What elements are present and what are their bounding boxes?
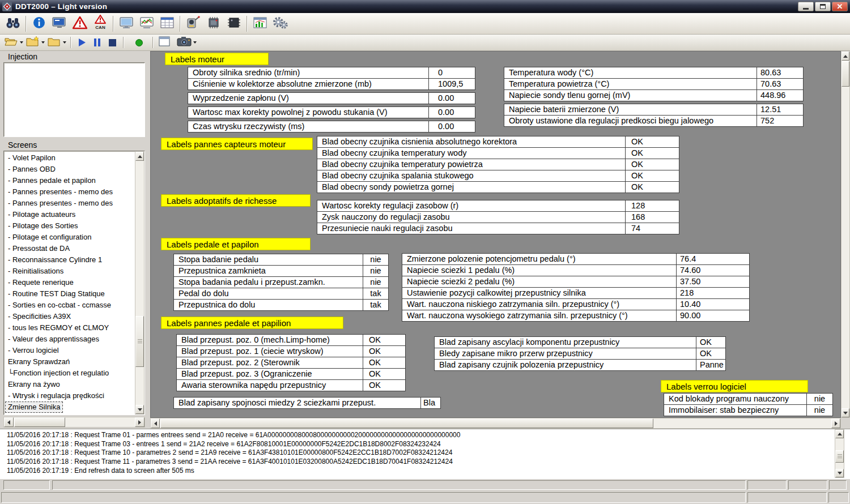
field-row: Blad przepust. poz. 0 (mech.Limp-home)OK xyxy=(176,334,406,346)
fault-alert-button[interactable] xyxy=(70,14,90,33)
field-value: 448.96 xyxy=(756,89,804,101)
scroll-thumb[interactable] xyxy=(135,316,144,367)
field-label: Blad przepust. poz. 1 (ciecie wtryskow) xyxy=(176,345,363,357)
field-value: OK xyxy=(363,345,406,357)
sidebar-item[interactable]: - Wtrysk i regulacja prędkości xyxy=(5,390,134,402)
field-label: Wartosc max korekty powolnej z powodu st… xyxy=(188,106,429,118)
field-label: Blad zapisany ascylacji komponentu przep… xyxy=(434,336,696,348)
folder-button[interactable] xyxy=(46,36,61,50)
info-button[interactable] xyxy=(29,14,49,33)
arrow-left-icon xyxy=(7,420,10,425)
snapshot-camera-dropdown[interactable] xyxy=(192,36,198,50)
measurement-probe-icon xyxy=(186,15,201,32)
settings-gears-button[interactable] xyxy=(270,14,291,33)
field-row: Blad zapisany ascylacji komponentu przep… xyxy=(434,336,726,348)
scroll-up-button[interactable] xyxy=(135,152,144,161)
sidebar-item[interactable]: - Pannes pedale et papilon xyxy=(5,175,134,186)
scroll-thumb[interactable] xyxy=(14,417,65,427)
log-vertical-scrollbar[interactable] xyxy=(835,429,844,478)
field-value: Bla xyxy=(420,397,441,409)
injection-panel[interactable] xyxy=(3,62,145,137)
scroll-down-button[interactable] xyxy=(135,405,144,414)
sidebar-item[interactable]: - Pannes presentes - memo des xyxy=(5,198,134,209)
sidebar-item[interactable]: - Verrou logiciel xyxy=(5,345,134,356)
field-label: Blad obecny sondy powietrza gornej xyxy=(317,181,626,193)
sidebar-item[interactable]: └Fonction injection et regulatio xyxy=(5,368,134,379)
sidebar-item[interactable]: - Valeur des apprentissages xyxy=(5,334,134,345)
sidebar-item[interactable]: - Specificities A39X xyxy=(5,311,134,322)
scroll-thumb[interactable] xyxy=(835,450,844,463)
pause-button[interactable] xyxy=(90,36,105,50)
new-folder-button[interactable] xyxy=(24,36,40,50)
sidebar-item[interactable]: - Pannes OBD xyxy=(5,164,134,175)
folder-dropdown[interactable] xyxy=(61,36,67,50)
measurement-probe-button[interactable] xyxy=(183,14,203,33)
field-row: Blad przepust. poz. 3 (OgraniczenieOK xyxy=(176,368,406,380)
screens-list-scrollbar[interactable] xyxy=(135,151,144,415)
arrow-left-icon xyxy=(154,421,157,426)
can-fault-button[interactable]: CAN xyxy=(90,14,110,33)
sidebar-item[interactable]: Ekrany Sprawdzań xyxy=(5,356,134,368)
open-folder-dropdown[interactable] xyxy=(18,36,24,50)
scroll-left-button[interactable] xyxy=(4,417,14,427)
toolbar-separator xyxy=(113,16,114,32)
sidebar-item[interactable]: - Pannes presentes - memo des xyxy=(5,186,134,198)
main-horizontal-scrollbar[interactable] xyxy=(150,418,841,429)
record-button[interactable] xyxy=(131,36,147,50)
sidebar-item[interactable]: - Sorties en co-ccbat - ccmasse xyxy=(5,300,134,311)
scroll-thumb[interactable] xyxy=(842,61,849,87)
field-label: Zysk nauczony do regulacji zasobu xyxy=(317,211,626,223)
sidebar-item-selected[interactable]: Zmienne Silnika xyxy=(5,402,63,413)
toolbar-main: CAN xyxy=(0,13,850,35)
scroll-down-button[interactable] xyxy=(842,408,849,417)
sidebar-item[interactable]: - Volet Papilon xyxy=(5,152,134,164)
layout-window-button[interactable] xyxy=(156,36,172,50)
search-button[interactable] xyxy=(3,14,23,33)
minimize-button[interactable] xyxy=(798,2,814,11)
field-value: 10.40 xyxy=(676,298,750,310)
sidebar-item[interactable]: - Reconnaissance Cylindre 1 xyxy=(5,254,134,266)
sidebar-item[interactable]: - Requete renerique xyxy=(5,277,134,288)
sidebar-item[interactable]: - Reinitialisations xyxy=(5,266,134,277)
sidebar-item[interactable]: - Pilotage actuateurs xyxy=(5,209,134,220)
section-title-richesse: Labels adoptatifs de richesse xyxy=(161,194,311,207)
scroll-up-button[interactable] xyxy=(842,52,849,61)
svg-text:CAN: CAN xyxy=(95,25,105,30)
sidebar-item[interactable]: - tous les REGMOY et CLMOY xyxy=(5,322,134,334)
scroll-up-button[interactable] xyxy=(835,430,844,438)
scroll-left-button[interactable] xyxy=(151,418,160,428)
chart-window-button[interactable] xyxy=(250,14,270,33)
diagnostic-screen-button[interactable] xyxy=(49,14,70,33)
field-label: Blad przepust. poz. 2 (Sterownik xyxy=(176,357,363,369)
field-label: Awaria sterownika napędu przepustnicy xyxy=(176,379,363,391)
data-grid-button[interactable] xyxy=(157,14,177,33)
sidebar-item[interactable]: Ekrany na żywo xyxy=(5,379,134,390)
stop-icon xyxy=(109,39,116,46)
monitor-graph-button[interactable] xyxy=(137,14,157,33)
sidebar-item[interactable]: - Pilotage et configuration xyxy=(5,232,134,243)
section-pedale-left: Stopa badanie pedalunie Przepustnica zam… xyxy=(173,254,389,311)
scroll-thumb[interactable] xyxy=(160,418,653,428)
stop-button[interactable] xyxy=(105,36,120,50)
snapshot-camera-button[interactable] xyxy=(176,36,192,50)
play-button[interactable] xyxy=(74,36,90,50)
field-value: OK xyxy=(625,147,679,159)
chip-b-button[interactable] xyxy=(224,14,244,33)
sidebar-item[interactable]: - Routine TEST Diag Statique xyxy=(5,288,134,300)
chip-a-button[interactable] xyxy=(203,14,224,33)
new-folder-dropdown[interactable] xyxy=(40,36,46,50)
close-button[interactable]: ✕ xyxy=(832,2,848,11)
maximize-button[interactable] xyxy=(815,2,831,11)
scroll-right-button[interactable] xyxy=(831,418,840,428)
monitor-button[interactable] xyxy=(116,14,137,33)
sidebar-horizontal-scrollbar[interactable] xyxy=(3,417,145,428)
open-folder-button[interactable] xyxy=(3,36,18,50)
main-vertical-scrollbar[interactable] xyxy=(841,51,850,418)
scroll-down-button[interactable] xyxy=(835,469,844,477)
sidebar-item[interactable]: - Pilotage des Sorties xyxy=(5,220,134,232)
sidebar-item[interactable]: - Pressostat de DA xyxy=(5,243,134,254)
section-title-moteur: Labels moteur xyxy=(165,53,269,65)
scroll-right-button[interactable] xyxy=(135,417,144,427)
field-value: 0 xyxy=(428,67,475,79)
section-moteur-left: Obroty silnika srednio (tr/min)0 Ciśnien… xyxy=(188,67,475,133)
